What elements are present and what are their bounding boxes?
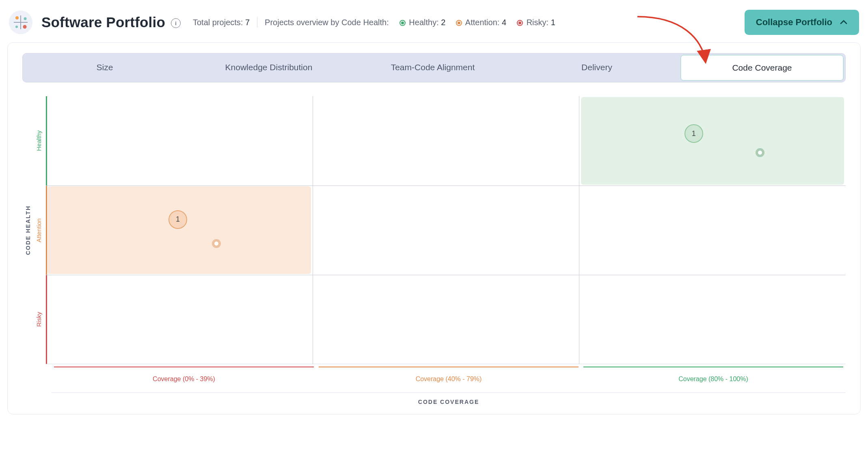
- y-axis-labels: Healthy Attention Risky: [31, 96, 46, 364]
- header-stats: Total projects: 7 Projects overview by C…: [193, 17, 555, 28]
- dot-attention-icon: [456, 20, 462, 26]
- y-label-risky: Risky: [31, 275, 46, 364]
- svg-point-5: [15, 26, 18, 28]
- collapse-portfolio-button[interactable]: Collapse Portfolio: [745, 10, 859, 35]
- tab-knowledge-distribution[interactable]: Knowledge Distribution: [187, 54, 351, 82]
- info-icon[interactable]: [171, 18, 181, 28]
- dot-healthy-icon: [399, 20, 406, 26]
- x-seg-low: [54, 367, 314, 368]
- tab-size[interactable]: Size: [23, 54, 187, 82]
- tab-team-code-alignment[interactable]: Team-Code Alignment: [351, 54, 515, 82]
- y-label-healthy: Healthy: [31, 96, 46, 186]
- chart-area: CODE HEALTH Healthy Attention Risky 1 1: [22, 96, 846, 364]
- dot-risky-icon: [517, 20, 523, 26]
- legend-risky: Risky: 1: [514, 18, 555, 27]
- portfolio-panel: Size Knowledge Distribution Team-Code Al…: [7, 42, 861, 414]
- logo-icon: [9, 11, 32, 34]
- legend-attention: Attention: 4: [453, 18, 506, 27]
- x-label-high: Coverage (80% - 100%): [581, 375, 846, 383]
- page-header: Software Portfolio Total projects: 7 Pro…: [7, 7, 861, 42]
- collapse-button-label: Collapse Portfolio: [756, 17, 832, 28]
- svg-point-4: [24, 17, 27, 20]
- bubble-healthy-cluster[interactable]: 1: [684, 124, 703, 143]
- zone-attention-low-coverage: [48, 186, 311, 274]
- x-seg-mid: [319, 367, 579, 368]
- bubble-healthy-project[interactable]: [756, 148, 764, 157]
- chart-plot: 1 1: [46, 96, 846, 364]
- row-risky: [46, 275, 846, 364]
- x-axis-title: CODE COVERAGE: [52, 393, 846, 405]
- x-label-low: Coverage (0% - 39%): [52, 375, 316, 383]
- tab-code-coverage[interactable]: Code Coverage: [680, 55, 844, 81]
- y-label-attention: Attention: [31, 186, 46, 275]
- svg-point-6: [23, 25, 27, 29]
- x-seg-high: [583, 367, 843, 368]
- page-title: Software Portfolio: [41, 14, 165, 30]
- x-label-mid: Coverage (40% - 79%): [316, 375, 581, 383]
- overview-label: Projects overview by Code Health:: [265, 18, 389, 27]
- divider: [257, 17, 257, 28]
- svg-point-3: [15, 16, 19, 19]
- bubble-attention-project[interactable]: [212, 239, 221, 248]
- x-axis: Coverage (0% - 39%) Coverage (40% - 79%)…: [52, 367, 846, 405]
- y-axis-title: CODE HEALTH: [22, 205, 31, 255]
- total-projects-label: Total projects:: [193, 18, 243, 27]
- tab-bar: Size Knowledge Distribution Team-Code Al…: [22, 53, 846, 82]
- bubble-attention-cluster[interactable]: 1: [168, 210, 187, 229]
- chevron-up-icon: [840, 18, 848, 26]
- total-projects-count: 7: [245, 18, 250, 27]
- legend-healthy: Healthy: 2: [396, 18, 446, 27]
- zone-healthy-high-coverage: [581, 97, 844, 185]
- tab-delivery[interactable]: Delivery: [515, 54, 679, 82]
